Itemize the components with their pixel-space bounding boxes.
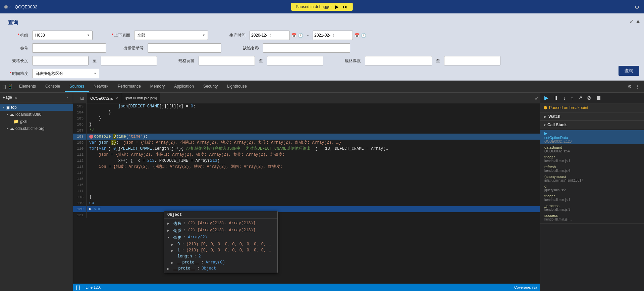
editor-icon-2[interactable]: ⊞ — [80, 95, 84, 101]
editor-tab-iplat[interactable]: iplat.ui.min.js? [sm] — [122, 93, 161, 103]
more-icon[interactable]: ⋮ — [635, 84, 640, 89]
callstack-item-7[interactable]: _process kendo.all.min.js:3 — [540, 203, 644, 212]
tree-item-top[interactable]: ▾ ▣ top — [0, 104, 73, 111]
clock-from-icon[interactable]: 🕐 — [298, 33, 303, 38]
tree-arrow-localhost: ▸ — [7, 112, 8, 116]
tooltip-body: ▶ 边裂 : (2) [Array(213), Array(213)] ▶ 钢质… — [164, 219, 277, 273]
line-num-109: 109 — [73, 140, 87, 146]
callstack-arrow-icon: ▾ — [544, 123, 545, 127]
callstack-file-0: QCQE0032.js:120 — [544, 140, 640, 143]
tooltip-row-bianlie[interactable]: ▶ 边裂 : (2) [Array(213), Array(213)] — [164, 220, 277, 227]
callstack-fn-2: trigger — [544, 155, 640, 159]
device-icon[interactable]: 📱 — [7, 84, 13, 89]
tab-elements[interactable]: Elements — [14, 81, 41, 92]
editor-icon-1[interactable]: ⬚ — [74, 95, 79, 101]
callstack-item-8[interactable]: success kendo.all.min.js:… — [540, 212, 644, 222]
spec-thickness-from-input[interactable] — [365, 56, 432, 65]
callstack-fn-6: trigger — [544, 194, 640, 198]
defect-name-input[interactable] — [263, 43, 350, 53]
time-span-select[interactable]: 日表按毫秒区分 — [32, 69, 99, 78]
line-num-119: 119 — [73, 200, 87, 206]
code-line-117: 117 — [73, 188, 540, 194]
expand-icon[interactable]: ⤢ — [630, 18, 634, 25]
calendar-from-icon[interactable]: 📅 — [291, 33, 297, 38]
settings-icon[interactable]: ⚙ — [628, 84, 632, 89]
callstack-file-5: jquery.min.js:2 — [544, 188, 640, 192]
spec-length-from-input[interactable] — [32, 56, 89, 65]
spec-thickness-label: 规格厚度 — [341, 58, 361, 64]
tooltip-row-1[interactable]: ▶ 1 : (213) [0, 0, 0, 0, 0, 0, 0, 0, 0, … — [164, 247, 277, 253]
tab-network[interactable]: Network — [89, 81, 113, 92]
callstack-item-3[interactable]: refresh kendo.all.min.js:6 — [540, 164, 644, 174]
callstack-item-1[interactable]: dataBound QCQE0032.js:54 — [540, 144, 644, 154]
nav-dot-icon[interactable]: ◉ — [4, 4, 8, 9]
tooltip-row-proto2[interactable]: ▶ __proto__ : Object — [164, 265, 277, 272]
tooltip-row-proto1[interactable]: ▶ __proto__ : Array(0) — [164, 259, 277, 265]
code-editor[interactable]: 103 json[DEFECT_CNAME[j]][i][x] = 0; 104… — [73, 103, 540, 284]
tooltip-val-6: 2 — [198, 254, 201, 259]
tooltip-row-length[interactable]: length : 2 — [164, 253, 277, 259]
tab-sources[interactable]: Sources — [65, 81, 89, 92]
deactivate-btn[interactable]: ⊘ — [586, 94, 593, 102]
tab-application[interactable]: Application — [169, 81, 199, 92]
code-line-114: 114 — [73, 170, 540, 176]
date-from-input[interactable] — [250, 31, 290, 40]
tooltip-key-2: 钢质 — [173, 228, 181, 234]
tooltip-expand-icon-5: ▶ — [171, 249, 175, 253]
collapse-icon[interactable]: ▲ — [635, 18, 641, 25]
tab-console[interactable]: Console — [41, 81, 65, 92]
tooltip-row-0[interactable]: ▶ 0 : (213) [0, 0, 0, 0, 0, 0, 0, 0, 0, … — [164, 241, 277, 247]
form-row-3: 规格长度 至 规格宽度 至 规格厚度 至 — [8, 56, 636, 65]
editor-tab-qcqe-close[interactable]: ✕ — [115, 96, 118, 101]
spec-length-to-input[interactable] — [101, 56, 157, 65]
code-line-103: 103 json[DEFECT_CNAME[j]][i][x] = 0; — [73, 103, 540, 109]
tab-memory[interactable]: Memory — [146, 81, 169, 92]
callstack-item-2[interactable]: trigger kendo.all.min.js:1 — [540, 154, 644, 164]
callstack-item-6[interactable]: trigger kendo.all.min.js:1 — [540, 193, 644, 203]
format-icon[interactable]: { } — [76, 285, 80, 290]
settings-icon[interactable]: ⚙ — [635, 4, 639, 10]
date-to-input[interactable] — [313, 31, 353, 40]
clock-to-icon[interactable]: 🕐 — [361, 33, 366, 38]
page-label[interactable]: Page — [3, 95, 12, 100]
tooltip-row-tiepi[interactable]: ▾ 铁皮 : Array(2) — [164, 234, 277, 241]
callstack-item-0[interactable]: setOptionData QCQE0032.js:120 — [540, 130, 644, 144]
surface-select[interactable]: 全部 — [134, 31, 208, 40]
steel-record-input[interactable] — [148, 43, 221, 53]
tab-security[interactable]: Security — [199, 81, 222, 92]
callstack-item-4[interactable]: (anonymous) iplat.ui.min.js? [sm]:15617 — [540, 174, 644, 183]
tooltip-row-gangzhi[interactable]: ▶ 钢质 : (2) [Array(213), Array(213)] — [164, 227, 277, 234]
dont-pause-btn[interactable]: ⏹ — [595, 94, 603, 102]
machine-select[interactable]: H033 — [32, 31, 93, 40]
file-tree-menu-icon[interactable]: ⋮ — [65, 95, 70, 100]
more-pages-icon[interactable]: » — [15, 95, 17, 100]
devtools-tab-controls: ⬚ 📱 — [1, 84, 13, 90]
line-content-119: co — [89, 200, 540, 206]
step-into-btn[interactable]: ↑ — [569, 94, 575, 102]
spec-width-to-input[interactable] — [267, 56, 323, 65]
pause-debug-btn[interactable]: ⏸ — [552, 94, 560, 102]
spec-thickness-to-input[interactable] — [444, 56, 500, 65]
resume-button[interactable]: ▶ — [334, 4, 339, 9]
callstack-section-header[interactable]: ▾ Call Stack — [540, 121, 644, 129]
line-num-111: 111 — [73, 152, 87, 158]
inspect-icon[interactable]: ⬚ — [1, 84, 6, 90]
tab-performance[interactable]: Performance — [113, 81, 146, 92]
spec-width-from-input[interactable] — [199, 56, 255, 65]
tree-item-gxzl[interactable]: 📁 gxzl — [0, 118, 73, 125]
callstack-item-5[interactable]: d jquery.min.js:2 — [540, 183, 644, 193]
tree-item-localhost[interactable]: ▸ ☁ localhost:8080 — [0, 111, 73, 118]
resume-debug-btn[interactable]: ▶ — [543, 94, 550, 102]
tab-lighthouse[interactable]: Lighthouse — [222, 81, 252, 92]
step-out-btn[interactable]: ↗ — [577, 94, 584, 102]
roll-no-input[interactable] — [32, 43, 106, 53]
tree-item-cdn[interactable]: ▸ ☁ cdn.staticfile.org — [0, 125, 73, 132]
query-button[interactable]: 查询 — [619, 66, 639, 76]
step-button[interactable]: ⏭ — [342, 4, 348, 9]
watch-section-header[interactable]: ▶ Watch — [540, 112, 644, 120]
line-content-110: for(var j=0;j<DEFECT_CNAME.length;j++){ … — [89, 146, 540, 152]
editor-tab-qcqe[interactable]: QCQE0032.js ✕ — [87, 93, 122, 103]
step-over-btn[interactable]: ↓ — [562, 94, 567, 102]
calendar-to-icon[interactable]: 📅 — [354, 33, 360, 38]
editor-expand-icon[interactable]: ⤢ — [535, 95, 539, 101]
